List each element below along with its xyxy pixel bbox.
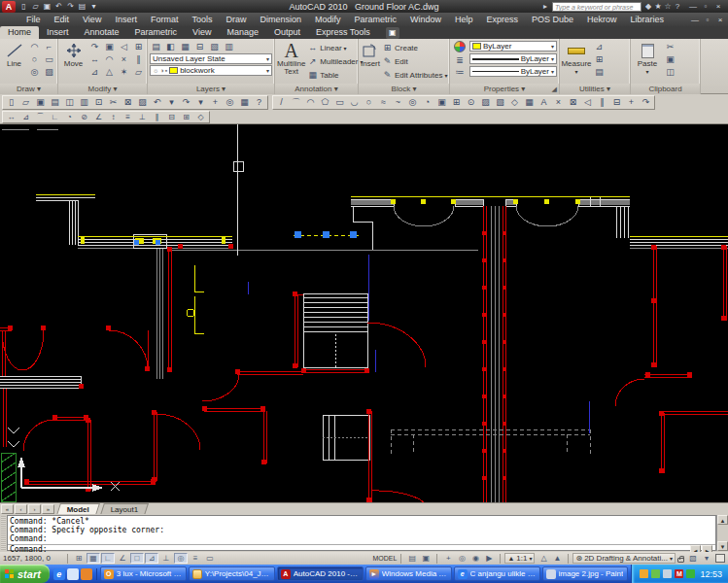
menu-item[interactable]: Help xyxy=(448,13,480,26)
menu-item[interactable]: Libraries xyxy=(624,13,672,26)
properties-dialog-launcher-icon[interactable]: ◢ xyxy=(552,86,557,93)
new-icon[interactable]: ▯ xyxy=(4,96,18,109)
osnap-toggle[interactable]: □ xyxy=(130,553,144,564)
model-space-icon[interactable]: ▤ xyxy=(405,554,419,563)
properties-icon[interactable]: ▦ xyxy=(237,96,252,109)
array-icon[interactable]: ⊟ xyxy=(609,96,624,109)
color-wheel-icon[interactable] xyxy=(454,41,466,52)
multileader-item[interactable]: ↗ Multileader ▾ xyxy=(307,54,363,68)
quick-calc-icon[interactable]: ⊞ xyxy=(593,53,606,65)
search-icon[interactable]: ◆ xyxy=(643,2,653,11)
zoom-icon[interactable]: ◎ xyxy=(455,554,468,563)
pan-icon[interactable]: + xyxy=(441,554,455,563)
xline-icon[interactable]: ⌒ xyxy=(289,96,303,109)
dyn-toggle[interactable]: ◎ xyxy=(174,553,188,564)
3dconnexion-icon[interactable]: ⊡ xyxy=(91,96,106,109)
layout-tab[interactable]: Layout1 xyxy=(100,503,149,515)
annotation-panel-label[interactable]: Annotation ▾ xyxy=(275,84,358,94)
create-block-item[interactable]: ⊞ Create xyxy=(382,41,447,54)
modify-panel-label[interactable]: Modify ▾ xyxy=(58,84,147,94)
polygon-icon[interactable]: ⬠ xyxy=(318,96,332,109)
menu-item[interactable]: Parametric xyxy=(348,13,404,26)
help-icon[interactable]: ? xyxy=(673,2,682,11)
layout-tab[interactable]: Model xyxy=(56,503,100,515)
layer-isolate-icon[interactable]: ◧ xyxy=(164,41,177,52)
otrack-toggle[interactable]: ⊿ xyxy=(145,553,158,564)
properties-panel-label[interactable]: Properties ▾ xyxy=(450,84,559,94)
taskbar-button[interactable]: image 2.jpg - Paint xyxy=(542,566,629,581)
move-button[interactable]: Move xyxy=(60,41,87,84)
offset-icon[interactable]: ∥ xyxy=(595,96,609,109)
save-icon[interactable]: ▣ xyxy=(42,1,52,12)
ribbon-tab[interactable]: Express Tools xyxy=(308,26,378,39)
status-menu-icon[interactable]: ▾ xyxy=(700,554,713,563)
line-icon[interactable]: / xyxy=(274,96,289,109)
stretch-icon[interactable]: ↔ xyxy=(88,53,101,65)
show-motion-icon[interactable]: ▶ xyxy=(482,554,496,563)
move-icon[interactable]: + xyxy=(624,96,639,109)
first-tab-button[interactable]: « xyxy=(1,504,14,514)
ortho-toggle[interactable]: ∟ xyxy=(101,553,115,564)
lock-icon[interactable] xyxy=(677,558,684,563)
qp-toggle[interactable]: ▭ xyxy=(203,553,217,564)
cut-icon[interactable]: ✂ xyxy=(664,41,676,52)
layer-properties-icon[interactable]: ▤ xyxy=(150,41,162,52)
ribbon-tab[interactable]: Output xyxy=(266,26,308,39)
explode-icon[interactable]: ✶ xyxy=(118,66,130,78)
circle-icon[interactable]: ○ xyxy=(362,96,376,109)
command-scroll-down-button[interactable]: ▼ xyxy=(717,541,728,551)
doc-minimize-button[interactable]: — xyxy=(690,16,700,24)
linear-dimension-item[interactable]: ↔ Linear ▾ xyxy=(307,41,363,54)
polar-toggle[interactable]: ∠ xyxy=(116,553,129,564)
dim-style-icon[interactable]: ◇ xyxy=(193,112,208,122)
restore-button[interactable]: ▫ xyxy=(701,2,711,11)
baseline-icon[interactable]: ≡ xyxy=(121,112,135,122)
close-button[interactable]: × xyxy=(713,2,723,11)
paste-special-icon[interactable]: ◫ xyxy=(664,66,676,78)
drawing-canvas[interactable] xyxy=(0,124,728,502)
quick-select-icon[interactable]: ⊿ xyxy=(593,41,606,52)
last-tab-button[interactable]: » xyxy=(42,504,54,514)
lineweight-list-icon[interactable]: ≣ xyxy=(454,54,467,66)
menu-item[interactable]: Edit xyxy=(48,13,77,26)
ribbon-tab[interactable]: Parametric xyxy=(127,26,186,39)
layer-lock-icon[interactable]: ▧ xyxy=(208,41,221,52)
menu-item[interactable]: Draw xyxy=(219,13,253,26)
table-item[interactable]: ▦ Table xyxy=(307,68,363,82)
draw-panel-label[interactable]: Draw ▾ xyxy=(0,84,57,94)
region-icon[interactable]: ◇ xyxy=(507,96,522,109)
mtext-icon[interactable]: A xyxy=(537,96,551,109)
hatch-icon[interactable]: ▨ xyxy=(43,66,55,78)
ellipse-icon[interactable]: ◎ xyxy=(28,66,41,78)
copy-icon[interactable]: ▣ xyxy=(103,41,116,52)
doc-close-button[interactable]: × xyxy=(715,16,725,24)
offset-icon[interactable]: ∥ xyxy=(132,53,145,65)
menu-item[interactable]: Express xyxy=(480,13,526,26)
clean-screen-button[interactable] xyxy=(715,554,725,563)
utilities-panel-label[interactable]: Utilities ▾ xyxy=(560,84,630,94)
tray-app-icon[interactable] xyxy=(640,569,648,578)
tray-volume-icon[interactable] xyxy=(663,569,672,578)
rotate-icon[interactable]: ↷ xyxy=(88,41,101,52)
taskbar-button[interactable]: ► Windows Media Player xyxy=(365,566,452,581)
copy-icon[interactable]: ⊠ xyxy=(121,96,135,109)
measure-button[interactable]: Measure ▾ xyxy=(562,41,591,84)
ducs-toggle[interactable]: ⊥ xyxy=(159,553,173,564)
menu-item[interactable]: Format xyxy=(144,13,186,26)
quick-dim-icon[interactable]: ↕ xyxy=(106,112,121,122)
redo-icon[interactable]: ↷ xyxy=(179,96,193,109)
edit-attributes-item[interactable]: ✎ Edit Attributes ▾ xyxy=(382,68,447,82)
edit-block-item[interactable]: ✎ Edit xyxy=(382,54,447,68)
communication-center-icon[interactable]: ★ xyxy=(653,2,663,11)
ribbon-tab[interactable]: View xyxy=(185,26,219,39)
make-block-icon[interactable]: ⊞ xyxy=(449,96,464,109)
fillet-icon[interactable]: ◠ xyxy=(103,53,116,65)
lwt-toggle[interactable]: ≡ xyxy=(189,553,202,564)
tray-updates-icon[interactable] xyxy=(651,569,660,578)
layers-panel-label[interactable]: Layers ▾ xyxy=(148,84,274,94)
redo-dropdown-icon[interactable]: ▾ xyxy=(193,96,208,109)
toolbar-lock-extra-icon[interactable]: ▧ xyxy=(686,554,700,563)
new-icon[interactable]: ▯ xyxy=(18,1,29,12)
tolerance-icon[interactable]: ⊞ xyxy=(179,112,193,122)
layer-dropdown[interactable]: ☼◑▪ blockwork▾ xyxy=(150,65,272,76)
